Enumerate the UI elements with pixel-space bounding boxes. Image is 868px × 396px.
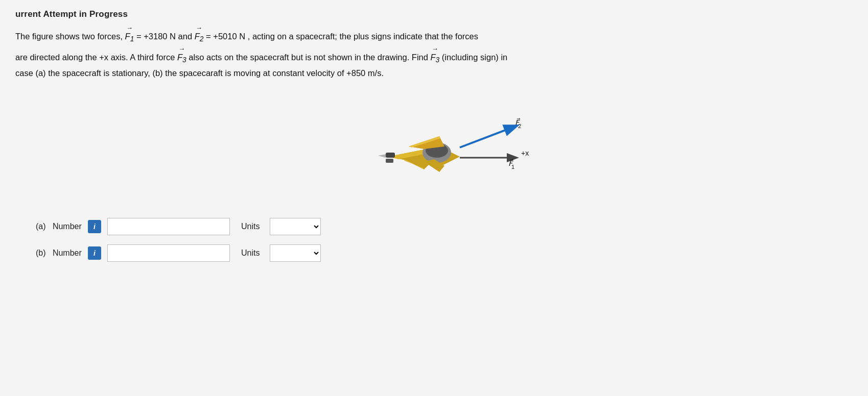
diagram-container: F⃗ 2 F⃗ 1 +x: [327, 90, 542, 203]
svg-text:1: 1: [511, 164, 514, 170]
svg-text:+x: +x: [521, 149, 529, 157]
f3-vector2: → F3: [431, 45, 440, 66]
f3-arrow: →: [178, 45, 185, 52]
status-text: urrent Attempt in Progress: [15, 9, 128, 19]
f2-equation: = +5010 N: [203, 32, 245, 41]
answer-row-b: (b) Number i Units N kg m/s m/s²: [36, 244, 853, 262]
label-b: (b) Number: [36, 249, 82, 258]
page: urrent Attempt in Progress The figure sh…: [0, 0, 868, 396]
problem-line2-post: (including sign) in: [439, 53, 507, 62]
problem-line1-pre: The figure shows two forces,: [15, 32, 125, 41]
svg-rect-10: [386, 159, 393, 163]
f3-symbol: F3: [177, 53, 186, 62]
diagram-svg: F⃗ 2 F⃗ 1 +x: [327, 90, 542, 203]
f3-vector: → F3: [177, 45, 186, 66]
f2-vector: → F2: [195, 24, 204, 45]
info-button-a[interactable]: i: [88, 220, 101, 233]
status-bar: urrent Attempt in Progress: [15, 9, 853, 19]
problem-line3: case (a) the spacecraft is stationary, (…: [15, 68, 384, 78]
and-text: and: [178, 32, 193, 41]
label-a: (a) Number: [36, 222, 82, 231]
sublabel-a-text: Number: [53, 222, 82, 231]
units-label-b: Units: [241, 249, 260, 258]
f1-vector: → F1: [125, 24, 134, 45]
units-label-a: Units: [241, 222, 260, 231]
svg-rect-9: [386, 153, 395, 158]
number-input-b[interactable]: [107, 244, 230, 262]
f3-arrow2: →: [432, 45, 438, 52]
units-select-a[interactable]: N kg m/s m/s²: [270, 218, 321, 235]
f1-arrow: →: [126, 24, 133, 31]
answer-row-a: (a) Number i Units N kg m/s m/s²: [36, 218, 853, 235]
problem-line2-mid: also acts on the spacecraft but is not s…: [186, 53, 431, 62]
problem-line2-pre: are directed along the +x axis. A third …: [15, 53, 177, 62]
diagram-area: F⃗ 2 F⃗ 1 +x: [15, 90, 853, 203]
svg-text:2: 2: [518, 123, 521, 129]
units-select-b[interactable]: N kg m/s m/s²: [270, 244, 321, 262]
info-button-b[interactable]: i: [88, 246, 101, 260]
f2-symbol: F2: [195, 32, 204, 41]
label-b-text: (b): [36, 249, 46, 257]
f1-symbol: F1: [125, 32, 134, 41]
answer-section: (a) Number i Units N kg m/s m/s² (b): [36, 218, 853, 262]
problem-text: The figure shows two forces, → F1 = +318…: [15, 24, 833, 80]
f2-arrow: →: [196, 24, 202, 31]
label-a-text: (a): [36, 222, 46, 231]
f3-symbol2: F3: [431, 53, 440, 62]
number-input-a[interactable]: [107, 218, 230, 235]
svg-line-12: [460, 126, 516, 147]
problem-line1-post: , acting on a spacecraft; the plus signs…: [248, 32, 478, 41]
sublabel-b-text: Number: [53, 249, 82, 257]
spacecraft-graphic: F⃗ 2 F⃗ 1 +x: [378, 118, 529, 172]
svg-marker-11: [378, 154, 386, 158]
f1-equation: = +3180 N: [134, 32, 176, 41]
